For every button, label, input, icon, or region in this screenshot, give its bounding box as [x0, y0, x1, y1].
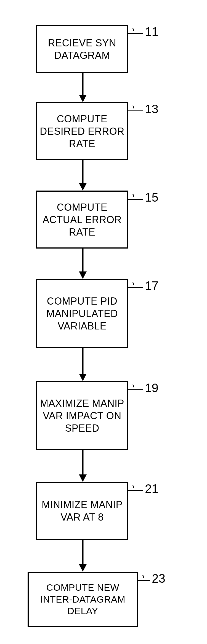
ref-number: 15 — [145, 191, 158, 204]
ref-number: 19 — [145, 381, 158, 395]
svg-marker-7 — [79, 374, 87, 381]
node-label: COMPUTE ACTUAL ERROR RATE — [39, 201, 125, 238]
node-label: MAXIMIZE MANIP VAR IMPACT ON SPEED — [39, 397, 125, 434]
svg-marker-11 — [79, 564, 87, 572]
ref-leader — [128, 33, 143, 34]
flow-node-19: MAXIMIZE MANIP VAR IMPACT ON SPEED — [36, 381, 128, 450]
flow-node-13: COMPUTE DESIRED ERROR RATE — [36, 102, 128, 160]
ref-leader — [128, 110, 143, 111]
ref-leader — [128, 287, 143, 288]
flow-node-15: COMPUTE ACTUAL ERROR RATE — [36, 191, 128, 249]
svg-marker-3 — [79, 183, 87, 191]
arrow-icon — [80, 73, 86, 102]
flow-node-11: RECIEVE SYN DATAGRAM — [36, 25, 128, 73]
ref-leader — [137, 580, 150, 581]
flow-node-23: COMPUTE NEW INTER-DATAGRAM DELAY — [28, 572, 138, 627]
node-label: COMPUTE PID MANIPULATED VARIABLE — [39, 295, 125, 332]
ref-number: 21 — [145, 482, 158, 496]
ref-number: 11 — [145, 25, 158, 39]
svg-marker-9 — [79, 474, 87, 482]
arrow-icon — [80, 160, 86, 191]
arrow-icon — [80, 348, 86, 381]
ref-leader — [128, 490, 143, 491]
arrow-icon — [80, 249, 86, 279]
flowchart-canvas: RECIEVE SYN DATAGRAM 11 COMPUTE DESIRED … — [0, 0, 207, 644]
node-label: COMPUTE NEW INTER-DATAGRAM DELAY — [31, 582, 135, 617]
arrow-icon — [80, 450, 86, 482]
ref-leader — [128, 389, 143, 390]
node-label: COMPUTE DESIRED ERROR RATE — [39, 113, 125, 150]
svg-marker-1 — [79, 95, 87, 102]
ref-number: 17 — [145, 279, 158, 293]
node-label: MINIMIZE MANIP VAR AT 8 — [39, 498, 125, 523]
ref-number: 13 — [145, 102, 158, 116]
flow-node-17: COMPUTE PID MANIPULATED VARIABLE — [36, 279, 128, 348]
node-label: RECIEVE SYN DATAGRAM — [39, 37, 125, 62]
flow-node-21: MINIMIZE MANIP VAR AT 8 — [36, 482, 128, 540]
svg-marker-5 — [79, 271, 87, 279]
arrow-icon — [80, 540, 86, 572]
ref-leader — [128, 199, 143, 200]
ref-number: 23 — [152, 572, 165, 585]
